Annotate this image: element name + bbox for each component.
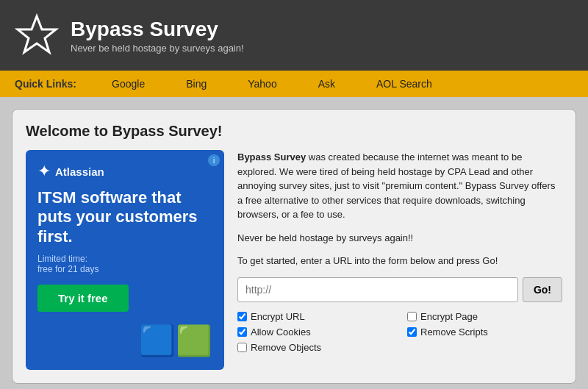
ad-box: i ✦ Atlassian ITSM software that puts yo… (26, 150, 224, 370)
main-content: Welcome to Bypass Survey! i ✦ Atlassian … (0, 97, 588, 389)
atlassian-icon: ✦ (37, 162, 51, 181)
site-subtitle: Never be held hostage by surveys again! (71, 43, 244, 54)
ad-logo: ✦ Atlassian (37, 162, 212, 181)
remove-scripts-label: Remove Scripts (420, 326, 488, 338)
ad-info-badge[interactable]: i (208, 154, 220, 166)
quick-links-label: Quick Links: (0, 78, 91, 90)
header: Bypass Survey Never be held hostage by s… (0, 0, 588, 71)
brand-name: Bypass Survey (237, 151, 306, 163)
svg-marker-0 (18, 16, 56, 52)
allow-cookies-label: Allow Cookies (251, 326, 311, 338)
nav-google[interactable]: Google (91, 78, 165, 90)
nav-yahoo[interactable]: Yahoo (227, 78, 297, 90)
card-body: i ✦ Atlassian ITSM software that puts yo… (26, 150, 562, 370)
remove-scripts-checkbox[interactable] (407, 327, 417, 337)
star-icon (15, 13, 59, 57)
card-title: Welcome to Bypass Survey! (26, 123, 562, 140)
content-card: Welcome to Bypass Survey! i ✦ Atlassian … (12, 109, 576, 384)
ad-headline: ITSM software that puts your customers f… (37, 188, 212, 246)
encrypt-url-label: Encrypt URL (251, 311, 305, 322)
nav-ask[interactable]: Ask (298, 78, 356, 90)
checkbox-remove-objects[interactable]: Remove Objects (237, 342, 392, 353)
nav-aol[interactable]: AOL Search (356, 78, 453, 90)
description-3: To get started, enter a URL into the for… (237, 254, 562, 268)
ad-logo-text: Atlassian (55, 165, 104, 178)
ad-illustration: 🟦🟩 (37, 324, 212, 358)
checkbox-remove-scripts[interactable]: Remove Scripts (407, 326, 562, 338)
url-form: Go! (237, 277, 562, 302)
checkbox-allow-cookies[interactable]: Allow Cookies (237, 326, 392, 338)
header-text: Bypass Survey Never be held hostage by s… (71, 18, 244, 54)
description-2: Never be held hostage by surveys again!! (237, 231, 562, 246)
go-button[interactable]: Go! (523, 277, 562, 302)
checkbox-encrypt-page[interactable]: Encrypt Page (407, 311, 562, 322)
encrypt-page-label: Encrypt Page (420, 311, 478, 322)
nav-bing[interactable]: Bing (165, 78, 227, 90)
checkbox-encrypt-url[interactable]: Encrypt URL (237, 311, 392, 322)
navbar: Quick Links: Google Bing Yahoo Ask AOL S… (0, 71, 588, 97)
url-input[interactable] (237, 277, 518, 302)
ad-sub: Limited time:free for 21 days (37, 254, 212, 274)
allow-cookies-checkbox[interactable] (237, 327, 247, 337)
site-title: Bypass Survey (71, 18, 244, 41)
encrypt-page-checkbox[interactable] (407, 312, 417, 321)
remove-objects-checkbox[interactable] (237, 343, 247, 352)
description-1: Bypass Survey was created because the in… (237, 150, 562, 222)
right-panel: Bypass Survey was created because the in… (237, 150, 562, 370)
encrypt-url-checkbox[interactable] (237, 312, 247, 321)
ad-cta-button[interactable]: Try it free (37, 285, 129, 312)
remove-objects-label: Remove Objects (251, 342, 321, 353)
checkboxes-grid: Encrypt URL Encrypt Page Allow Cookies R… (237, 311, 562, 353)
